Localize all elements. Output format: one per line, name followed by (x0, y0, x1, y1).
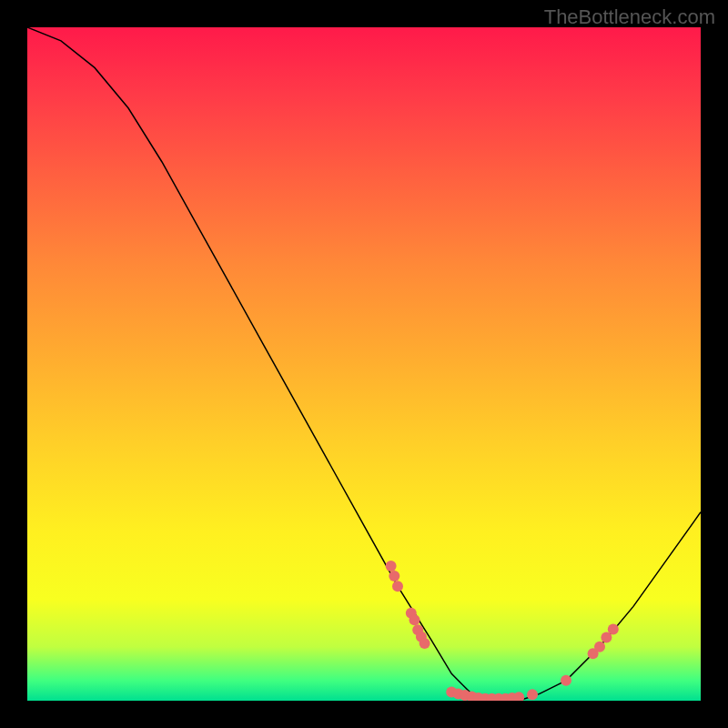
watermark-text: TheBottleneck.com (544, 5, 715, 29)
chart-svg (27, 27, 701, 701)
data-point (594, 642, 605, 652)
data-point (410, 614, 420, 625)
data-point (561, 675, 571, 686)
bottleneck-curve (27, 27, 701, 701)
data-point (608, 624, 619, 635)
data-point (386, 561, 397, 571)
data-point (420, 638, 430, 649)
data-point (392, 581, 403, 592)
highlight-dots (386, 561, 619, 701)
plot-area (27, 27, 701, 701)
data-point (389, 571, 399, 581)
data-point (513, 692, 524, 701)
data-point (527, 689, 538, 700)
